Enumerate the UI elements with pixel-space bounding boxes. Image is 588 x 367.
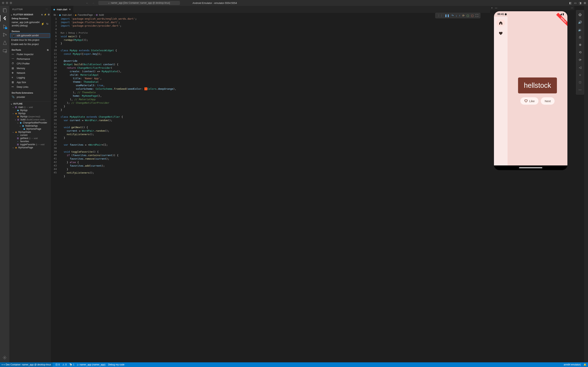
- outline-myhome[interactable]: ◆MyHomePage: [9, 127, 51, 131]
- outline-favorites[interactable]: ▫favorites: [9, 140, 51, 143]
- devtools-ext-label: DevTools Extensions: [9, 91, 51, 95]
- rotate-left-icon[interactable]: ⟲: [579, 50, 581, 54]
- debug-target[interactable]: ▷ namer_app (namer_app): [77, 363, 105, 366]
- svg-rect-1: [4, 9, 6, 12]
- breadcrumb[interactable]: lib› ◆main.dart› ◈FavoritesPage› ⊞build: [51, 13, 490, 17]
- enable-linux[interactable]: Enable linux for this project: [9, 38, 51, 42]
- ports-count[interactable]: 📡 1: [69, 363, 74, 366]
- volume-down-icon[interactable]: 🔉: [578, 28, 582, 32]
- devtool-deeplinks[interactable]: ⚯Deep Links: [9, 85, 51, 89]
- layout-sidebar-left-icon[interactable]: ◧: [569, 1, 572, 4]
- tab-main-dart[interactable]: ◆ main.dart ✕: [51, 6, 73, 13]
- flutter-sidebar-header[interactable]: ⌄ FLUTTER SIDEBAR ⎋ ⚡ ⚙: [9, 13, 51, 17]
- settings-icon[interactable]: ⚙: [48, 13, 50, 16]
- outline-header[interactable]: ⌄ OUTLINE: [9, 101, 51, 106]
- notifications-icon[interactable]: 🔔: [584, 363, 587, 366]
- zoom-icon[interactable]: ⊕: [579, 43, 581, 47]
- outline-appstate[interactable]: ⌄◈MyAppState: [9, 131, 51, 133]
- settings-gear-icon[interactable]: [2, 355, 7, 360]
- home-icon[interactable]: ○: [579, 73, 581, 77]
- flutter-icon[interactable]: [2, 16, 7, 21]
- layout-customize-icon[interactable]: ⊞: [584, 1, 586, 4]
- outline-main[interactable]: ⌄⊞main() → void: [9, 106, 51, 109]
- new-project-icon[interactable]: ⎋: [41, 13, 43, 16]
- outline-myapp-inner[interactable]: ◆MyApp: [9, 109, 51, 112]
- open-external-icon[interactable]: ⧉: [47, 49, 49, 51]
- more-icon[interactable]: ⋯: [579, 88, 582, 92]
- sidebar-title-text: FLUTTER: [12, 8, 23, 10]
- remote-indicator[interactable]: ⟷ Dev Container: namer_app @ desktop-lin…: [0, 362, 53, 367]
- close-icon[interactable]: ✕: [69, 8, 71, 11]
- step-over-icon[interactable]: ↷: [452, 14, 454, 17]
- outline-cnp[interactable]: ⌄◆ChangeNotifierProvider: [9, 121, 51, 124]
- power-icon[interactable]: ⏻: [579, 13, 582, 17]
- rotate-right-icon[interactable]: ⟳: [579, 58, 581, 62]
- hot-restart-icon[interactable]: ↻: [46, 22, 49, 26]
- next-button[interactable]: Next: [541, 97, 554, 105]
- testing-icon[interactable]: [2, 40, 7, 45]
- step-into-icon[interactable]: ↓: [456, 14, 457, 17]
- stop-icon[interactable]: ▢: [471, 14, 474, 17]
- devtool-logging[interactable]: ≡Logging: [9, 75, 51, 80]
- outline-myapp-class[interactable]: ⌄◈MyApp: [9, 112, 51, 115]
- link-icon: ⚯: [12, 85, 15, 89]
- hot-reload-icon[interactable]: ⚡: [41, 22, 44, 26]
- drag-handle-icon[interactable]: ⋮⋮: [437, 14, 443, 17]
- remote-explorer-icon[interactable]: [2, 49, 7, 53]
- outline-current[interactable]: ▫current: [9, 133, 51, 137]
- devtool-appsize[interactable]: ▥App Size: [9, 80, 51, 85]
- home-nav-item[interactable]: [496, 19, 505, 26]
- enable-web[interactable]: Enable web for this project: [9, 42, 51, 46]
- device-row[interactable]: 📱 sdk gphone64 arm64: [10, 33, 50, 38]
- run-debug-icon[interactable]: 1: [2, 24, 7, 29]
- more-actions-icon[interactable]: ⋯: [46, 8, 48, 10]
- outline-togglefav[interactable]: ⊞toggleFavorite() → void: [9, 143, 51, 146]
- command-center[interactable]: ⌕ namer_app [Dev Container: namer_app @ …: [98, 1, 180, 5]
- layout-sidebar-right-icon[interactable]: ◨: [579, 1, 581, 4]
- hot-reload-icon[interactable]: ⚡: [44, 13, 47, 16]
- dart-file-icon: ◆: [53, 8, 55, 11]
- right-collapsed-panel[interactable]: [584, 6, 588, 362]
- outline-material[interactable]: ⌄◆MaterialApp: [9, 124, 51, 127]
- back-icon[interactable]: ◁: [579, 66, 581, 69]
- close-icon[interactable]: ×: [491, 7, 493, 9]
- volume-up-icon[interactable]: 🔊: [578, 20, 582, 24]
- minimize-window[interactable]: [6, 2, 8, 4]
- close-window[interactable]: [2, 2, 4, 4]
- source-control-icon[interactable]: [2, 32, 7, 37]
- devtool-cpu[interactable]: ⏱CPU Profiler: [9, 61, 51, 66]
- devtool-provider[interactable]: 📎provider: [9, 95, 51, 100]
- errors-count[interactable]: ⓧ 0: [55, 363, 60, 367]
- layout-panel-icon[interactable]: ▭: [574, 1, 577, 4]
- pause-icon[interactable]: ❚❚: [445, 14, 450, 17]
- nav-forward-icon[interactable]: →: [92, 1, 94, 4]
- device-status[interactable]: arm64 emulator): [564, 363, 581, 366]
- explorer-icon[interactable]: [2, 8, 7, 12]
- devtool-inspector[interactable]: ▭Flutter Inspector: [9, 52, 51, 57]
- devtool-performance[interactable]: 〰Performance: [9, 57, 51, 61]
- code-editor[interactable]: 1234567891011121314151617181920212223242…: [51, 17, 490, 362]
- overview-icon[interactable]: □: [579, 81, 581, 84]
- open-devtools-icon[interactable]: ⛶: [476, 14, 478, 17]
- minimize-icon[interactable]: —: [495, 7, 497, 9]
- outline-myhomepage[interactable]: ⌄◈MyHomePage: [9, 146, 51, 149]
- restart-icon[interactable]: ▢: [467, 14, 469, 17]
- like-button[interactable]: Like: [520, 97, 539, 105]
- outline-getnext[interactable]: ⊞getNext() → void: [9, 137, 51, 140]
- debug-session-row[interactable]: namer_app (sdk gphone64 arm64) (debug) ⚡…: [9, 20, 51, 28]
- step-out-icon[interactable]: ↑: [459, 14, 460, 17]
- screenshot-icon[interactable]: ⎙: [579, 35, 581, 39]
- warnings-count[interactable]: ⚠ 0: [62, 363, 67, 366]
- more-icon[interactable]: ⋯: [571, 7, 573, 9]
- outline-build[interactable]: ⌄⊞build(BuildContext conte…: [9, 118, 51, 121]
- devtool-network[interactable]: ⊕Network: [9, 71, 51, 75]
- favorites-nav-item[interactable]: [496, 30, 505, 37]
- nav-back-icon[interactable]: ←: [86, 1, 88, 4]
- outline-myapp-ctor[interactable]: ◈MyApp({super.key}): [9, 115, 51, 118]
- attachment-icon: 📎: [12, 96, 15, 99]
- maximize-window[interactable]: [10, 2, 12, 4]
- devtool-memory[interactable]: ▤Memory: [9, 66, 51, 71]
- debug-my-code[interactable]: Debug my code: [108, 363, 124, 366]
- code-body[interactable]: import 'package:english_words/english_wo…: [60, 17, 490, 362]
- hot-reload-icon[interactable]: ⟳: [462, 14, 465, 17]
